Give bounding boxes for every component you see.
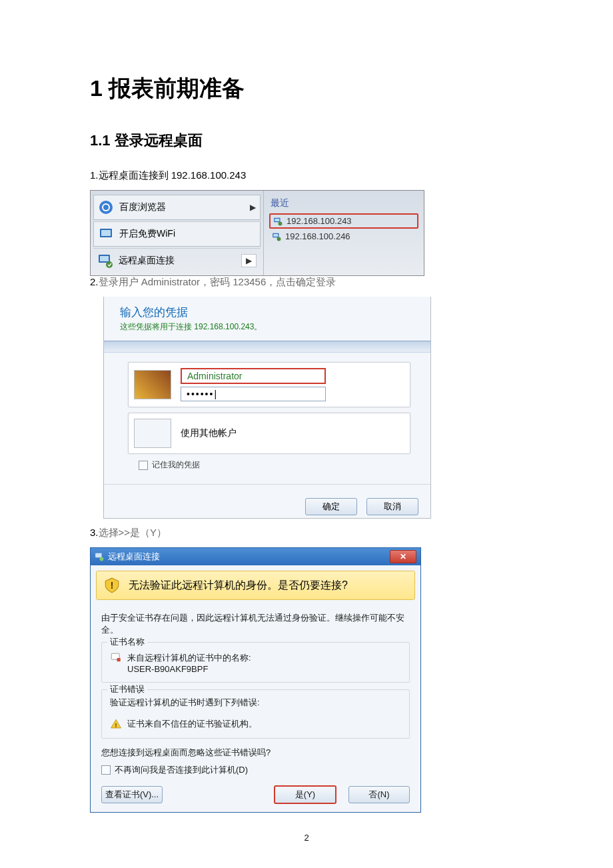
warning-triangle-icon: ! xyxy=(110,718,122,730)
start-menu-left: 百度浏览器 ▶ 开启免费WiFi 远程桌面连接 ▶ xyxy=(91,191,264,275)
step-2: 2.登录用户 Administrator，密码 123456，点击确定登录 xyxy=(90,276,523,289)
svg-rect-4 xyxy=(101,230,111,236)
cert-name-value: USER-B90AKF9BPF xyxy=(127,664,251,674)
checkbox-icon[interactable] xyxy=(101,765,111,775)
svg-point-15 xyxy=(100,557,104,561)
dont-ask-label: 不再询问我是否连接到此计算机(D) xyxy=(115,764,248,776)
svg-rect-6 xyxy=(100,256,109,261)
svg-rect-18 xyxy=(117,658,121,661)
submenu-arrow-icon: ▶ xyxy=(250,203,256,212)
submenu-arrow-icon: ▶ xyxy=(241,254,257,267)
menu-item-label: 百度浏览器 xyxy=(119,201,166,213)
step-3: 3.选择>>是（Y） xyxy=(90,527,523,539)
svg-point-13 xyxy=(277,237,281,241)
ok-button[interactable]: 确定 xyxy=(305,498,357,515)
svg-text:!: ! xyxy=(115,722,117,729)
screenshot-cert-warning: 远程桌面连接 ✕ ! 无法验证此远程计算机的身份。是否仍要连接? 由于安全证书存… xyxy=(90,547,421,813)
rdp-icon xyxy=(272,232,281,241)
svg-point-2 xyxy=(103,205,109,210)
svg-point-7 xyxy=(106,261,113,268)
cred-tile-admin[interactable]: Administrator ••••••| xyxy=(128,362,410,407)
recent-address-text: 192.168.100.246 xyxy=(285,231,350,241)
step-3-num: 3. xyxy=(90,527,99,538)
recent-label: 最近 xyxy=(271,197,418,209)
divider xyxy=(104,484,430,485)
group-legend: 证书名称 xyxy=(107,636,147,648)
menu-item-wifi[interactable]: 开启免费WiFi xyxy=(93,221,261,247)
shield-warning-icon: ! xyxy=(103,577,121,594)
step-2-num: 2. xyxy=(90,276,99,287)
group-cert-name: 证书名称 来自远程计算机的证书中的名称: USER-B90AKF9BPF xyxy=(101,642,410,683)
rdp-icon xyxy=(95,552,104,561)
heading-1-1: 1.1 登录远程桌面 xyxy=(90,131,523,151)
svg-rect-9 xyxy=(275,218,279,221)
connect-question: 您想连接到远程桌面而忽略这些证书错误吗? xyxy=(101,747,410,759)
cert-name-label: 来自远程计算机的证书中的名称: xyxy=(127,652,251,664)
avatar-icon xyxy=(134,370,171,399)
recent-item-1[interactable]: 192.168.100.243 xyxy=(269,213,418,229)
password-field[interactable]: ••••••| xyxy=(181,387,326,401)
checkbox-icon[interactable] xyxy=(139,461,148,470)
username-field[interactable]: Administrator xyxy=(181,368,326,384)
menu-item-label: 远程桌面连接 xyxy=(119,255,175,267)
close-button[interactable]: ✕ xyxy=(390,550,416,563)
screenshot-credentials: 输入您的凭据 这些凭据将用于连接 192.168.100.243。 Admini… xyxy=(103,297,431,519)
cred-tile-other[interactable]: 使用其他帐户 xyxy=(128,413,410,454)
warning-text: 无法验证此远程计算机的身份。是否仍要连接? xyxy=(129,579,348,593)
group-legend: 证书错误 xyxy=(107,683,147,695)
remember-checkbox-row[interactable]: 记住我的凭据 xyxy=(139,459,418,471)
start-menu-recent: 最近 192.168.100.243 192.168.100.246 xyxy=(264,191,424,275)
dont-ask-checkbox-row[interactable]: 不再询问我是否连接到此计算机(D) xyxy=(101,764,410,776)
page-number: 2 xyxy=(90,833,523,843)
svg-rect-14 xyxy=(95,553,101,557)
wifi-icon xyxy=(98,226,114,242)
step-1: 1.远程桌面连接到 192.168.100.243 xyxy=(90,169,523,182)
svg-rect-12 xyxy=(273,233,278,236)
warning-banner: ! 无法验证此远程计算机的身份。是否仍要连接? xyxy=(96,571,415,600)
remember-label: 记住我的凭据 xyxy=(152,459,200,471)
menu-item-rdc[interactable]: 远程桌面连接 ▶ xyxy=(93,248,261,273)
svg-text:!: ! xyxy=(110,579,113,591)
cred-subtitle: 这些凭据将用于连接 192.168.100.243。 xyxy=(120,321,418,333)
menu-item-label: 开启免费WiFi xyxy=(119,228,175,240)
dialog-titlebar: 远程桌面连接 ✕ xyxy=(91,548,420,565)
recent-item-2[interactable]: 192.168.100.246 xyxy=(269,229,418,244)
cred-title: 输入您的凭据 xyxy=(120,305,418,320)
menu-item-baidu[interactable]: 百度浏览器 ▶ xyxy=(93,195,261,220)
avatar-blank-icon xyxy=(134,419,171,448)
other-account-label: 使用其他帐户 xyxy=(181,427,237,439)
cert-error-text: 证书来自不信任的证书验证机构。 xyxy=(127,718,257,730)
step-2-text: 登录用户 Administrator，密码 123456，点击确定登录 xyxy=(99,276,336,287)
cancel-button[interactable]: 取消 xyxy=(366,498,418,515)
rdc-icon xyxy=(97,253,113,269)
view-cert-button[interactable]: 查看证书(V)... xyxy=(101,786,163,803)
recent-address-text: 192.168.100.243 xyxy=(287,216,352,226)
cert-body-text: 由于安全证书存在问题，因此远程计算机无法通过身份验证。继续操作可能不安全。 xyxy=(101,612,410,635)
yes-button[interactable]: 是(Y) xyxy=(274,785,336,804)
group-cert-error: 证书错误 验证远程计算机的证书时遇到下列错误: ! 证书来自不信任的证书验证机构… xyxy=(101,689,410,739)
screenshot-start-menu: 百度浏览器 ▶ 开启免费WiFi 远程桌面连接 ▶ 最近 xyxy=(90,190,424,276)
svg-point-10 xyxy=(279,221,283,225)
heading-1: 1 报表前期准备 xyxy=(90,73,523,104)
certificate-icon xyxy=(110,652,122,664)
step-3-text: 选择>>是（Y） xyxy=(99,527,167,538)
rdp-icon xyxy=(273,217,283,226)
dialog-title-text: 远程桌面连接 xyxy=(108,551,160,563)
no-button[interactable]: 否(N) xyxy=(348,786,410,803)
cert-error-intro: 验证远程计算机的证书时遇到下列错误: xyxy=(110,697,401,709)
baidu-icon xyxy=(98,199,114,215)
